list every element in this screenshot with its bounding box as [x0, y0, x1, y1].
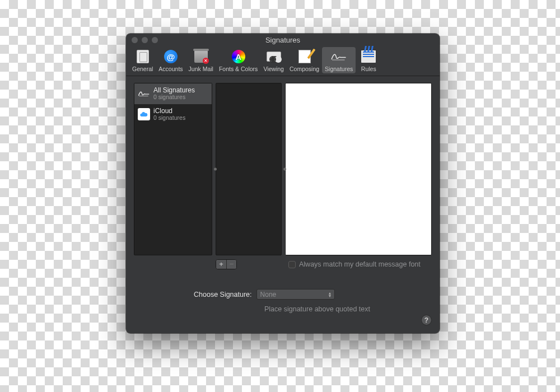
add-signature-button[interactable]: +	[216, 260, 226, 269]
accounts-list[interactable]: All Signatures 0 signatures iCloud 0 sig…	[134, 83, 212, 255]
help-button[interactable]: ?	[421, 315, 432, 325]
tab-general-label: General	[132, 66, 153, 72]
general-icon	[134, 49, 151, 64]
tab-fonts-colors[interactable]: Fonts & Colors	[216, 47, 260, 73]
splitter-handle[interactable]	[214, 168, 217, 171]
tab-composing-label: Composing	[290, 66, 319, 72]
place-above-row: Place signature above quoted text	[134, 305, 432, 313]
remove-signature-button[interactable]: −	[226, 260, 236, 269]
preferences-toolbar: General @ Accounts Junk Mail Fonts & Col…	[126, 46, 440, 76]
window-title: Signatures	[126, 36, 440, 44]
match-font-row: Always match my default message font	[288, 260, 421, 268]
choose-signature-value: None	[260, 291, 277, 298]
tab-signatures-label: Signatures	[325, 66, 353, 72]
below-columns-row: + − Always match my default message font	[134, 259, 432, 270]
tab-junk-label: Junk Mail	[189, 66, 213, 72]
splitter-handle[interactable]	[283, 168, 286, 171]
signature-icon	[138, 87, 150, 100]
signatures-content: All Signatures 0 signatures iCloud 0 sig…	[126, 76, 440, 333]
junk-mail-icon	[193, 49, 209, 64]
viewing-icon	[265, 49, 282, 64]
bottom-section: Choose Signature: None ▲▼ Place signatur…	[134, 289, 432, 313]
tab-viewing-label: Viewing	[263, 66, 284, 72]
titlebar: Signatures	[126, 34, 440, 46]
tab-viewing[interactable]: Viewing	[260, 47, 287, 73]
choose-signature-row: Choose Signature: None ▲▼	[134, 289, 432, 300]
tab-junk-mail[interactable]: Junk Mail	[186, 47, 216, 73]
rules-icon	[360, 49, 377, 64]
match-font-checkbox[interactable]	[288, 261, 296, 268]
tab-signatures[interactable]: Signatures	[322, 47, 356, 73]
chevron-up-down-icon: ▲▼	[328, 292, 332, 297]
choose-signature-label: Choose Signature:	[194, 291, 252, 298]
add-remove-segmented: + −	[216, 259, 237, 269]
tab-composing[interactable]: Composing	[287, 47, 322, 73]
composing-icon	[296, 49, 313, 64]
preferences-window: Signatures General @ Accounts Junk Mail …	[126, 34, 440, 333]
icloud-icon	[138, 108, 150, 120]
account-count: 0 signatures	[153, 115, 185, 122]
accounts-icon: @	[162, 49, 179, 64]
tab-accounts-label: Accounts	[158, 66, 183, 72]
place-above-label: Place signature above quoted text	[264, 305, 370, 313]
signatures-icon	[330, 49, 347, 64]
account-all-signatures[interactable]: All Signatures 0 signatures	[134, 83, 212, 104]
columns: All Signatures 0 signatures iCloud 0 sig…	[134, 83, 432, 255]
tab-fonts-label: Fonts & Colors	[219, 66, 258, 72]
account-icloud[interactable]: iCloud 0 signatures	[134, 104, 212, 125]
tab-rules-label: Rules	[361, 66, 376, 72]
tab-rules[interactable]: Rules	[356, 47, 381, 73]
signatures-list[interactable]	[216, 83, 282, 255]
tab-general[interactable]: General	[129, 47, 156, 73]
match-font-label: Always match my default message font	[299, 260, 421, 268]
signature-editor[interactable]	[285, 83, 432, 255]
account-name: iCloud	[153, 108, 185, 115]
account-count: 0 signatures	[153, 94, 195, 101]
choose-signature-select[interactable]: None ▲▼	[256, 289, 335, 300]
fonts-colors-icon	[230, 49, 247, 64]
tab-accounts[interactable]: @ Accounts	[156, 47, 185, 73]
